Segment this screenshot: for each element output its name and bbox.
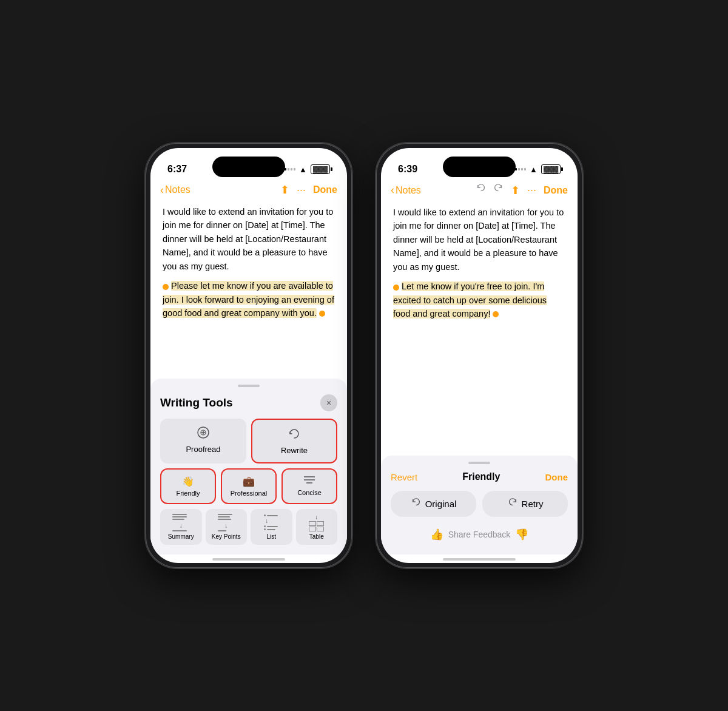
- tools-grid-top-1: Proofread Rewrite: [160, 419, 337, 463]
- panel-handle-1: [238, 385, 260, 387]
- note-highlighted-1[interactable]: Please let me know if you are available …: [163, 279, 335, 320]
- phones-container: 6:37 ▲ ▓▓▓ ‹ Notes: [146, 143, 582, 568]
- phone-2: 6:39 ▲ ▓▓▓ ‹ Notes: [376, 143, 582, 568]
- nav-actions-1: ⬆ ··· Done: [280, 183, 337, 197]
- revert-button-2[interactable]: Revert: [391, 472, 417, 482]
- time-1: 6:37: [167, 164, 187, 175]
- done-button-1[interactable]: Done: [313, 184, 337, 195]
- back-button-1[interactable]: ‹ Notes: [160, 184, 190, 197]
- selection-handle-end-1: [319, 311, 325, 317]
- back-label-2: Notes: [396, 185, 421, 196]
- selection-handle-end-2: [493, 311, 499, 317]
- original-label-2: Original: [425, 499, 457, 509]
- table-label-1: Table: [309, 533, 324, 540]
- time-2: 6:39: [398, 164, 417, 175]
- concise-icon-1: [304, 476, 315, 487]
- dynamic-island-2: [443, 157, 516, 177]
- chevron-left-icon-1: ‹: [160, 184, 164, 197]
- key-points-button-1[interactable]: ↓ Key Points: [206, 509, 248, 545]
- result-title-2: Friendly: [462, 471, 500, 482]
- note-highlighted-text-2: Let me know if you're free to join. I'm …: [393, 281, 547, 318]
- thumbs-down-icon-2[interactable]: 👎: [515, 528, 528, 541]
- selection-handle-start-1: [163, 284, 169, 290]
- more-icon-2[interactable]: ···: [527, 184, 536, 197]
- proofread-icon-1: [197, 426, 210, 442]
- done-button-2[interactable]: Done: [544, 185, 568, 196]
- note-content-1[interactable]: I would like to extend an invitation for…: [150, 200, 347, 379]
- result-panel-2: Revert Friendly Done Original: [381, 456, 578, 554]
- home-indicator-1: [212, 558, 285, 561]
- wifi-icon-1: ▲: [299, 165, 307, 174]
- panel-handle-2: [468, 462, 490, 464]
- concise-button-1[interactable]: Concise: [281, 468, 337, 504]
- note-paragraph-2: I would like to extend an invitation for…: [393, 206, 565, 274]
- close-icon-1: ×: [326, 398, 331, 408]
- wifi-icon-2: ▲: [530, 165, 538, 174]
- result-actions-2: Original Retry: [391, 491, 568, 517]
- thumbs-up-icon-2[interactable]: 👍: [430, 528, 443, 541]
- friendly-icon-1: 👋: [182, 476, 194, 487]
- professional-button-1[interactable]: 💼 Professional: [221, 468, 277, 504]
- battery-icon-2: ▓▓▓: [541, 164, 561, 174]
- note-content-2[interactable]: I would like to extend an invitation for…: [381, 201, 578, 456]
- rewrite-button-1[interactable]: Rewrite: [251, 419, 337, 463]
- original-button-2[interactable]: Original: [391, 491, 476, 517]
- summary-icon-1: ↓: [170, 514, 192, 531]
- friendly-label-1: Friendly: [176, 490, 200, 497]
- note-highlighted-2[interactable]: Let me know if you're free to join. I'm …: [393, 280, 565, 320]
- list-icon-1: ↓: [260, 514, 282, 531]
- redo-icon-2[interactable]: [493, 183, 504, 197]
- back-label-1: Notes: [165, 184, 190, 195]
- home-indicator-2: [443, 558, 516, 561]
- nav-bar-2: ‹ Notes: [381, 181, 578, 201]
- status-icons-1: ▲ ▓▓▓: [285, 164, 330, 174]
- phone-2-screen: 6:39 ▲ ▓▓▓ ‹ Notes: [381, 148, 578, 563]
- feedback-label-2: Share Feedback: [448, 530, 511, 539]
- note-paragraph-1: I would like to extend an invitation for…: [163, 205, 335, 273]
- result-done-button-2[interactable]: Done: [545, 472, 568, 482]
- undo-icon-2[interactable]: [476, 183, 487, 197]
- concise-label-1: Concise: [297, 489, 322, 496]
- signal-icon-1: [285, 168, 295, 170]
- share-icon-2[interactable]: ⬆: [511, 184, 520, 197]
- chevron-left-icon-2: ‹: [391, 184, 394, 197]
- original-icon-2: [411, 497, 422, 510]
- rewrite-label-1: Rewrite: [281, 446, 308, 455]
- battery-icon-1: ▓▓▓: [311, 164, 330, 174]
- summary-button-1[interactable]: ↓ Summary: [160, 509, 202, 545]
- undo-redo-group-2: [476, 183, 504, 197]
- table-button-1[interactable]: ↓ Table: [296, 509, 338, 545]
- list-button-1[interactable]: ↓ List: [251, 509, 292, 545]
- proofread-button-1[interactable]: Proofread: [160, 419, 246, 463]
- retry-icon-2: [507, 497, 518, 510]
- professional-label-1: Professional: [231, 490, 268, 497]
- key-points-icon-1: ↓: [215, 514, 237, 531]
- retry-label-2: Retry: [522, 499, 544, 509]
- writing-tools-panel-1: Writing Tools ×: [150, 379, 347, 554]
- key-points-label-1: Key Points: [212, 533, 241, 540]
- list-label-1: List: [266, 533, 276, 540]
- professional-icon-1: 💼: [243, 476, 255, 487]
- status-icons-2: ▲ ▓▓▓: [515, 164, 561, 174]
- close-button-1[interactable]: ×: [320, 394, 337, 411]
- retry-button-2[interactable]: Retry: [482, 491, 568, 517]
- table-icon-1: ↓: [306, 514, 328, 531]
- friendly-button-1[interactable]: 👋 Friendly: [160, 468, 216, 504]
- nav-bar-1: ‹ Notes ⬆ ··· Done: [150, 181, 347, 200]
- rewrite-icon-1: [288, 427, 301, 443]
- panel-title-1: Writing Tools: [160, 396, 233, 409]
- phone-1: 6:37 ▲ ▓▓▓ ‹ Notes: [146, 143, 352, 568]
- more-icon-1[interactable]: ···: [297, 184, 306, 197]
- dynamic-island-1: [212, 157, 285, 177]
- tools-grid-bottom-1: 👋 Friendly 💼 Professional: [160, 468, 337, 504]
- signal-icon-2: [515, 168, 526, 170]
- summary-label-1: Summary: [168, 533, 194, 540]
- phone-1-screen: 6:37 ▲ ▓▓▓ ‹ Notes: [150, 148, 347, 563]
- tools-grid-convert-1: ↓ Summary ↓: [160, 509, 337, 545]
- share-icon-1[interactable]: ⬆: [280, 183, 289, 197]
- result-nav-2: Revert Friendly Done: [391, 471, 568, 482]
- proofread-label-1: Proofread: [186, 445, 220, 454]
- feedback-row-2: 👍 Share Feedback 👎: [391, 524, 568, 545]
- note-highlighted-text-1: Please let me know if you are available …: [163, 281, 334, 318]
- back-button-2[interactable]: ‹ Notes: [391, 184, 421, 197]
